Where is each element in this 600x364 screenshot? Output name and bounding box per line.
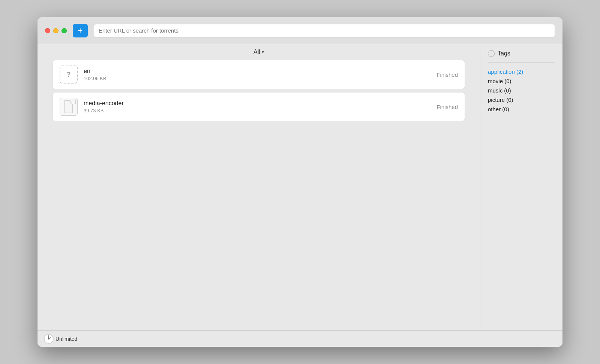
sidebar-item-picture[interactable]: picture (0) — [488, 95, 555, 104]
speed-icon — [44, 334, 54, 344]
bottom-bar: Unlimited — [38, 330, 562, 347]
filter-label: All — [254, 49, 260, 55]
chevron-down-icon: ▾ — [262, 49, 264, 55]
torrent-info: en 102.06 KB — [84, 68, 430, 81]
sidebar-item-movie[interactable]: movie (0) — [488, 76, 555, 86]
titlebar: + — [38, 17, 562, 44]
torrent-size: 102.06 KB — [84, 76, 430, 81]
add-torrent-button[interactable]: + — [73, 24, 88, 37]
torrent-list: ? en 102.06 KB Finished — [38, 60, 480, 330]
torrent-file-icon — [60, 98, 78, 116]
sidebar-divider — [488, 62, 555, 63]
torrent-size: 39.73 KB — [84, 108, 430, 113]
sidebar-item-other[interactable]: other (0) — [488, 104, 555, 114]
close-button[interactable] — [45, 28, 50, 33]
content-area: All ▾ ? en 102.06 KB Finished — [38, 44, 480, 330]
torrent-item[interactable]: media-encoder 39.73 KB Finished — [52, 92, 465, 121]
sidebar: Tags application (2) movie (0) music (0)… — [480, 44, 562, 330]
torrent-status: Finished — [436, 104, 458, 110]
question-mark-icon: ? — [67, 71, 71, 79]
torrent-status: Finished — [436, 72, 458, 78]
sidebar-item-music[interactable]: music (0) — [488, 86, 555, 95]
torrent-name: en — [84, 68, 430, 75]
filter-bar: All ▾ — [38, 44, 480, 60]
maximize-button[interactable] — [62, 28, 67, 33]
torrent-name: media-encoder — [84, 100, 430, 107]
svg-point-1 — [48, 338, 50, 339]
traffic-lights — [45, 28, 67, 33]
tags-title: Tags — [498, 50, 510, 57]
torrent-unknown-icon: ? — [60, 66, 78, 84]
speed-label: Unlimited — [56, 336, 77, 342]
tags-radio[interactable] — [488, 50, 495, 57]
torrent-info: media-encoder 39.73 KB — [84, 100, 430, 113]
main-content: All ▾ ? en 102.06 KB Finished — [38, 44, 562, 330]
filter-dropdown[interactable]: All ▾ — [254, 49, 264, 55]
torrent-item[interactable]: ? en 102.06 KB Finished — [52, 60, 465, 89]
app-window: + All ▾ ? en — [38, 17, 562, 347]
tags-header: Tags — [488, 50, 555, 57]
search-input[interactable] — [94, 24, 555, 37]
minimize-button[interactable] — [53, 28, 58, 33]
sidebar-item-application[interactable]: application (2) — [488, 67, 555, 76]
file-svg-icon — [63, 100, 74, 113]
